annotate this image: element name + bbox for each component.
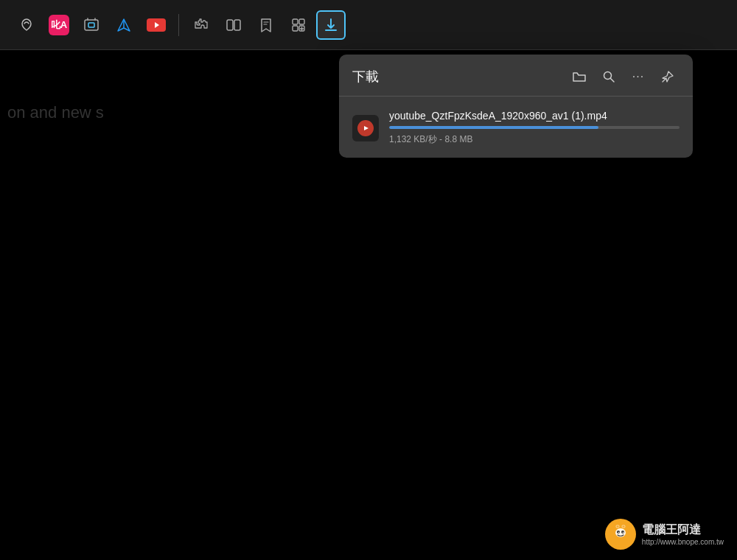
split-view-icon[interactable] xyxy=(219,10,248,40)
watermark-text: 電腦王阿達 http://www.bnope.com.tw xyxy=(642,522,724,546)
popup-actions: ··· xyxy=(567,65,680,88)
extensions-icon[interactable] xyxy=(186,10,216,40)
download-info: youtube_QztFpzKsdeA_1920x960_av1 (1).mp4… xyxy=(389,110,680,146)
video-file-icon xyxy=(357,120,374,136)
popup-divider xyxy=(339,96,693,97)
watermark-icon xyxy=(605,519,636,550)
svg-rect-20 xyxy=(616,525,619,528)
svg-marker-2 xyxy=(155,22,159,28)
download-meta: 1,132 KB/秒 - 8.8 MB xyxy=(389,133,680,146)
svg-point-18 xyxy=(618,532,619,533)
youtube-icon[interactable] xyxy=(142,10,171,40)
svg-line-10 xyxy=(611,79,615,83)
svg-rect-7 xyxy=(293,26,298,31)
svg-rect-3 xyxy=(227,20,233,30)
watermark: 電腦王阿達 http://www.bnope.com.tw xyxy=(605,519,724,550)
watermark-url: http://www.bnope.com.tw xyxy=(642,538,724,546)
vpn-icon[interactable] xyxy=(109,10,139,40)
svg-point-16 xyxy=(617,531,620,533)
download-speed: 1,132 KB/秒 xyxy=(389,134,437,144)
open-folder-button[interactable] xyxy=(567,65,591,88)
svg-rect-0 xyxy=(85,20,98,30)
svg-rect-4 xyxy=(234,20,240,30)
svg-rect-21 xyxy=(622,525,625,528)
popup-header: 下載 ··· xyxy=(339,55,693,96)
translate-icon[interactable]: 叱A xyxy=(44,10,74,40)
svg-rect-1 xyxy=(88,23,94,27)
svg-point-17 xyxy=(621,531,624,533)
svg-point-19 xyxy=(623,532,624,533)
screen-capture-icon[interactable] xyxy=(77,10,106,40)
svg-rect-6 xyxy=(299,19,304,24)
background-text: on and new s xyxy=(7,103,104,122)
file-icon-wrap xyxy=(352,115,379,141)
browser-toolbar: 叱A xyxy=(0,0,737,50)
stylus-icon[interactable] xyxy=(12,10,41,40)
progress-bar-wrap xyxy=(389,126,680,129)
more-options-button[interactable]: ··· xyxy=(626,65,650,88)
progress-bar-fill xyxy=(389,126,598,129)
bookmarks-icon[interactable] xyxy=(251,10,281,40)
download-filename: youtube_QztFpzKsdeA_1920x960_av1 (1).mp4 xyxy=(389,110,680,122)
svg-rect-5 xyxy=(293,19,298,24)
download-size: 8.8 MB xyxy=(444,134,472,144)
pin-button[interactable] xyxy=(656,65,680,88)
separator-1 xyxy=(178,14,179,36)
download-item: youtube_QztFpzKsdeA_1920x960_av1 (1).mp4… xyxy=(339,101,693,158)
search-downloads-button[interactable] xyxy=(597,65,621,88)
popup-title: 下載 xyxy=(352,68,379,85)
download-button[interactable] xyxy=(316,10,346,40)
collections-icon[interactable] xyxy=(284,10,313,40)
watermark-title: 電腦王阿達 xyxy=(642,522,724,538)
download-popup: 下載 ··· xyxy=(339,55,693,158)
